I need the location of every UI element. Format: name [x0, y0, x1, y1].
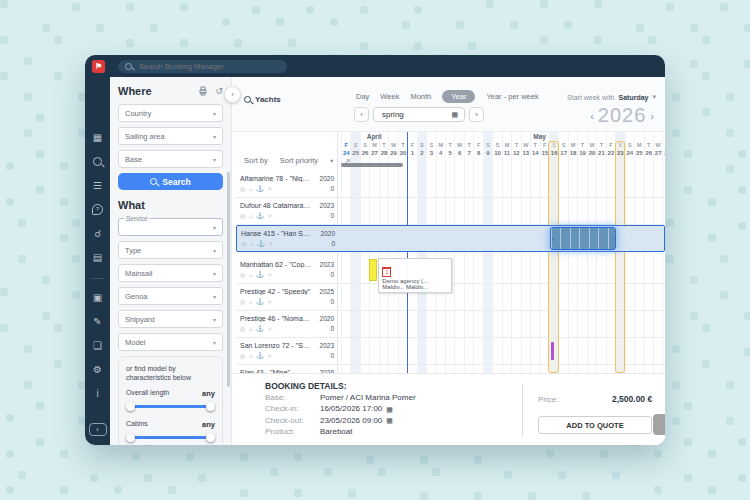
tab-day[interactable]: Day: [356, 92, 369, 101]
pattern-dot: [24, 57, 32, 65]
filter-scrollbar[interactable]: [227, 172, 230, 387]
sort-by-label[interactable]: Sort by: [244, 156, 268, 165]
next-season-button[interactable]: ›: [469, 107, 484, 122]
sort-priority-label[interactable]: Sort priority: [280, 156, 318, 165]
collapse-panel-button[interactable]: ‹: [224, 86, 241, 103]
pattern-dot: [564, 21, 572, 29]
print-icon[interactable]: [198, 86, 208, 96]
chevron-down-icon: ▾: [213, 247, 216, 254]
pattern-dot: [726, 417, 734, 425]
slider-knob-min[interactable]: [126, 433, 135, 442]
prev-year-button[interactable]: ‹: [590, 110, 594, 122]
handshake-icon[interactable]: ☌: [85, 227, 110, 240]
pattern-dot: [684, 438, 692, 446]
season-input[interactable]: [380, 109, 451, 120]
vertical-scrollbar[interactable]: [653, 414, 665, 435]
briefcase-icon[interactable]: ▣: [85, 291, 110, 304]
pattern-dot: [240, 489, 248, 497]
pattern-dot: [738, 438, 746, 446]
horizontal-scrollbar[interactable]: [341, 163, 403, 167]
yacht-row-1[interactable]: Alfamarine 78 - "Nighty"2020◎ ⌂ ⚓ ✧0: [236, 171, 665, 198]
tab-week[interactable]: Week: [380, 92, 399, 101]
app-logo-icon[interactable]: ⚑: [92, 60, 105, 73]
slider-knob-max[interactable]: [206, 402, 215, 411]
pattern-dot: [72, 255, 80, 263]
select-model[interactable]: Model▾: [118, 333, 223, 351]
copy-icon[interactable]: ❏: [85, 339, 110, 352]
month-separator: [407, 132, 408, 373]
purple-booking-marker[interactable]: [551, 342, 554, 360]
select-base[interactable]: Base▾: [118, 150, 223, 168]
calendar-icon[interactable]: ▦: [85, 131, 110, 144]
resize-handle-right[interactable]: ›: [612, 236, 614, 242]
slider-overall-length[interactable]: Overall lengthany: [126, 389, 215, 411]
filter-list-icon[interactable]: ☰: [85, 179, 110, 192]
pattern-dot: [0, 0, 8, 8]
pattern-dot: [270, 468, 278, 476]
pattern-dot: [18, 219, 26, 227]
start-week-setting[interactable]: Start week with Saturday ▾: [567, 93, 656, 101]
select-mainsail[interactable]: Mainsail▾: [118, 264, 223, 282]
select-type[interactable]: Type▾: [118, 241, 223, 259]
pattern-dot: [738, 186, 746, 194]
sort-icon[interactable]: ↓≡: [344, 157, 349, 164]
select-genoa[interactable]: Genoa▾: [118, 287, 223, 305]
pattern-dot: [24, 129, 32, 137]
chevron-down-icon[interactable]: ▾: [330, 157, 332, 165]
tab-month[interactable]: Month: [410, 92, 431, 101]
pattern-dot: [474, 492, 482, 500]
slider-knob-min[interactable]: [126, 402, 135, 411]
select-sailing-area[interactable]: Sailing area▾: [118, 127, 223, 145]
resize-handle-left[interactable]: ‹: [552, 236, 554, 242]
select-shipyard[interactable]: Shipyard▾: [118, 310, 223, 328]
tools-icon[interactable]: ✎: [85, 315, 110, 328]
pattern-dot: [468, 42, 476, 50]
pattern-dot: [690, 60, 698, 68]
pattern-dot: [6, 486, 14, 494]
pattern-dot: [672, 417, 680, 425]
select-country[interactable]: Country▾: [118, 104, 223, 122]
calendar-icon[interactable]: ▦: [386, 406, 393, 414]
tab-year-per-week[interactable]: Year - per week: [486, 92, 538, 101]
yacht-row-3[interactable]: Hanse 415 - "Han Solo"2020◎ ⌂ ⚓ ✧0‹›: [236, 225, 665, 252]
pattern-dot: [702, 324, 710, 332]
calendar-icon[interactable]: ▦: [451, 111, 458, 119]
pattern-dot: [594, 0, 602, 8]
season-search[interactable]: ▦: [373, 107, 465, 122]
pattern-dot: [180, 3, 188, 11]
search-button[interactable]: Search: [118, 173, 223, 190]
pattern-dot: [402, 21, 410, 29]
next-year-button[interactable]: ›: [650, 110, 654, 122]
service-select[interactable]: Service ▾: [118, 218, 223, 236]
option-booking-bar[interactable]: [369, 259, 377, 281]
pattern-dot: [654, 486, 662, 494]
pattern-dot: [60, 162, 68, 170]
tab-year[interactable]: Year: [442, 90, 475, 103]
pattern-dot: [222, 18, 230, 26]
pattern-dot: [702, 360, 710, 368]
expand-rail-button[interactable]: ›: [89, 423, 107, 436]
yacht-row-4[interactable]: Manhattan 62 - "Copycat -...2023◎ ⌂ ⚓ ✧0…: [236, 257, 665, 284]
settings-icon[interactable]: ⚙: [85, 363, 110, 376]
history-icon[interactable]: ↺: [215, 86, 223, 96]
yacht-row-7[interactable]: San Lorenzo 72 - "Santo - ...2023◎ ⌂ ⚓ ✧…: [236, 338, 665, 365]
slider-knob-max[interactable]: [206, 433, 215, 442]
global-search-input[interactable]: [137, 61, 280, 72]
calendar-icon[interactable]: ▦: [386, 417, 393, 425]
spec-icons: ◎ ⌂ ⚓ ✧: [241, 240, 274, 247]
pattern-dot: [666, 219, 674, 227]
add-to-quote-button[interactable]: ADD TO QUOTE: [538, 416, 652, 434]
yacht-row-2[interactable]: Dufour 48 Catamaran - "V...2023◎ ⌂ ⚓ ✧0: [236, 198, 665, 225]
selected-booking-bar[interactable]: ‹›: [550, 227, 616, 250]
contacts-icon[interactable]: ▤: [85, 251, 110, 264]
pattern-dot: [0, 324, 8, 332]
chat-question-icon[interactable]: ?: [85, 203, 110, 216]
yacht-row-6[interactable]: Prestige 46 - "Nomadic"2020◎ ⌂ ⚓ ✧0: [236, 311, 665, 338]
info-icon[interactable]: i: [85, 387, 110, 400]
prev-season-button[interactable]: ‹: [354, 107, 369, 122]
month-label-april: April: [341, 133, 407, 140]
global-search[interactable]: [118, 60, 287, 73]
slider-cabins[interactable]: Cabinsany: [126, 420, 215, 442]
search-icon[interactable]: [85, 155, 110, 168]
pattern-dot: [60, 486, 68, 494]
